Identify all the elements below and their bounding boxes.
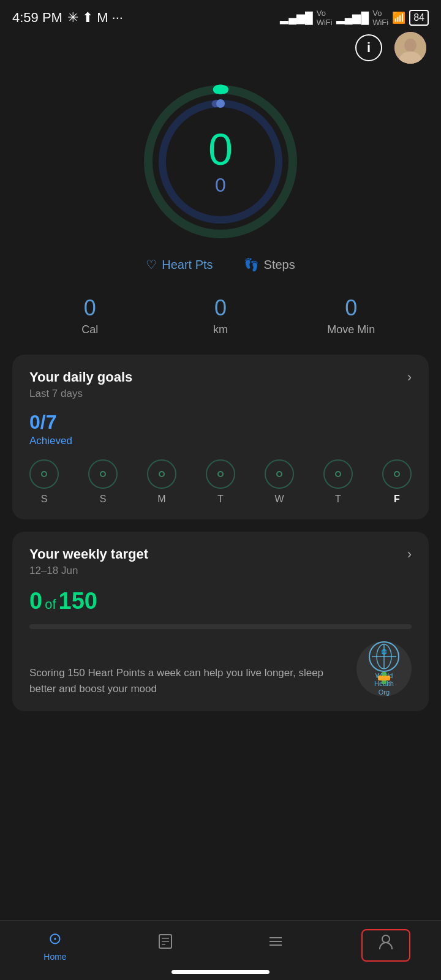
day-circle-t1: [206, 459, 235, 489]
day-circle-w: [265, 459, 294, 489]
who-badge: 🌐 WorldHealthOrg: [356, 641, 412, 696]
movemin-value: 0: [286, 295, 417, 321]
day-col-f: F: [382, 459, 412, 505]
vowifi-label-2: VoWiFi: [372, 9, 388, 27]
weekly-current: 0: [29, 588, 42, 614]
heartpts-icon: ♡: [146, 257, 157, 272]
day-col-s2: S: [88, 459, 118, 505]
svg-point-8: [216, 99, 225, 108]
home-indicator: [172, 970, 270, 974]
movemin-label: Move Min: [286, 323, 417, 336]
day-label-s2: S: [100, 494, 107, 505]
day-label-w: W: [274, 494, 284, 505]
nav-profile[interactable]: [361, 929, 410, 962]
stats-row: 0 Cal 0 km 0 Move Min: [0, 289, 441, 355]
svg-rect-15: [378, 676, 390, 680]
nav-home[interactable]: ⊙ Home: [31, 929, 80, 962]
steps-icon: 👣: [244, 257, 259, 272]
weekly-target-value: 150: [59, 588, 97, 614]
km-label: km: [155, 323, 285, 336]
day-circle-m: [147, 459, 176, 489]
nav-journal[interactable]: [141, 933, 190, 958]
journal-icon: [157, 933, 174, 954]
day-label-s1: S: [41, 494, 48, 505]
progress-bar: [29, 624, 412, 629]
status-bar: 4:59 PM ✳ ⬆ M ··· ▂▄▆█ VoWiFi ▂▄▆█ VoWiF…: [0, 0, 441, 32]
battery-indicator: 84: [409, 10, 429, 26]
day-col-t2: T: [323, 459, 353, 505]
steps-value: 0: [208, 174, 233, 197]
wifi-icon: 📶: [392, 11, 405, 24]
status-right: ▂▄▆█ VoWiFi ▂▄▆█ VoWiFi 📶 84: [280, 9, 429, 27]
weekly-target-header: Your weekly target ›: [29, 546, 412, 562]
stat-km: 0 km: [155, 295, 285, 336]
daily-goals-subtitle: Last 7 days: [29, 388, 412, 400]
stat-movemin: 0 Move Min: [286, 295, 417, 336]
status-icons: ✳ ⬆ M ···: [67, 10, 123, 26]
weekly-target-title: Your weekly target: [29, 546, 148, 562]
day-label-t1: T: [217, 494, 224, 505]
day-circle-s1: [29, 459, 59, 489]
profile-icon: [377, 933, 394, 954]
goals-achieved-count: 0/7: [29, 411, 412, 434]
day-col-s1: S: [29, 459, 59, 505]
goals-achieved-label: Achieved: [29, 435, 412, 447]
weekly-count: 0 of 150: [29, 588, 412, 614]
weekly-of-text: of: [45, 597, 56, 612]
heartpts-label: ♡ Heart Pts: [146, 257, 213, 272]
cal-value: 0: [24, 295, 155, 321]
day-label-m: M: [157, 494, 165, 505]
signal-icon-2: ▂▄▆█: [336, 11, 369, 24]
weekly-target-card[interactable]: Your weekly target › 12–18 Jun 0 of 150 …: [12, 532, 429, 711]
stat-cal: 0 Cal: [24, 295, 155, 336]
day-label-f: F: [394, 494, 400, 505]
weekly-description: Scoring 150 Heart Points a week can help…: [29, 665, 356, 696]
daily-goals-title: Your daily goals: [29, 369, 132, 385]
daily-goals-card[interactable]: Your daily goals › Last 7 days 0/7 Achie…: [12, 355, 429, 519]
status-time: 4:59 PM: [12, 10, 62, 26]
ring-chart: 0 0: [141, 82, 300, 241]
ring-center-values: 0 0: [208, 127, 233, 197]
weekly-body: Scoring 150 Heart Points a week can help…: [29, 641, 412, 696]
day-circle-t2: [323, 459, 353, 489]
info-button[interactable]: i: [355, 34, 382, 61]
daily-goals-header: Your daily goals ›: [29, 369, 412, 385]
metric-labels: ♡ Heart Pts 👣 Steps: [0, 247, 441, 289]
nav-home-label: Home: [43, 952, 66, 962]
day-col-t1: T: [206, 459, 235, 505]
day-circles-row: S S M T W T F: [29, 459, 412, 505]
km-value: 0: [155, 295, 285, 321]
top-icons-bar: i: [0, 32, 441, 70]
svg-point-1: [404, 39, 417, 52]
avatar-image: [394, 32, 426, 64]
vowifi-label: VoWiFi: [317, 9, 333, 27]
day-col-w: W: [265, 459, 294, 505]
home-icon: ⊙: [48, 929, 62, 948]
plus-icon: [375, 669, 393, 687]
heart-pts-value: 0: [208, 127, 233, 172]
avatar[interactable]: [394, 32, 426, 64]
day-circle-s2: [88, 459, 118, 489]
status-left: 4:59 PM ✳ ⬆ M ···: [12, 10, 123, 26]
who-logo-icon: 🌐: [369, 641, 399, 672]
cal-label: Cal: [24, 323, 155, 336]
svg-point-23: [382, 935, 390, 943]
weekly-target-date: 12–18 Jun: [29, 565, 412, 577]
day-circle-f: [382, 459, 412, 489]
weekly-target-chevron[interactable]: ›: [407, 546, 412, 562]
ring-chart-container: 0 0: [0, 70, 441, 247]
steps-label: 👣 Steps: [244, 257, 295, 272]
day-label-t2: T: [335, 494, 341, 505]
signal-icon: ▂▄▆█: [280, 11, 313, 24]
browse-icon: [267, 933, 284, 954]
daily-goals-chevron[interactable]: ›: [407, 369, 412, 385]
day-col-m: M: [147, 459, 176, 505]
nav-browse[interactable]: [251, 933, 300, 958]
